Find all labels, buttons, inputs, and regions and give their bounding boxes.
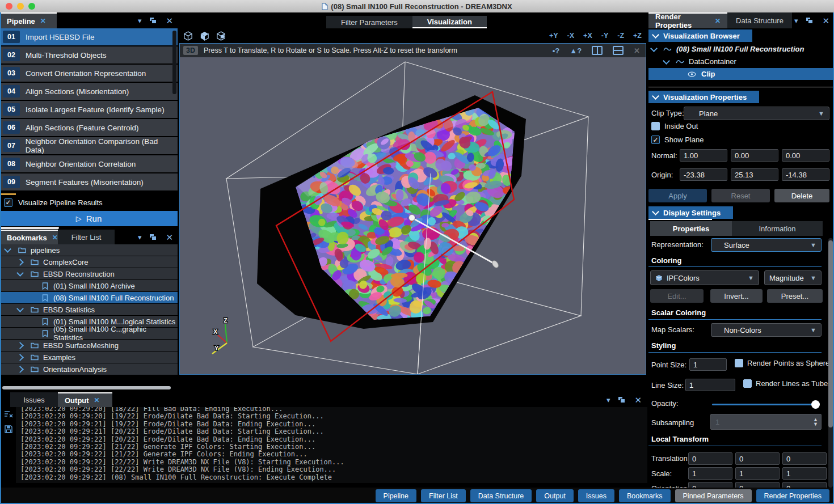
scale-z-field[interactable] bbox=[782, 467, 827, 480]
translation-x-field[interactable] bbox=[688, 452, 732, 465]
chevron-right-icon[interactable] bbox=[16, 354, 24, 361]
dock-toggle-data-structure[interactable]: Data Structure bbox=[470, 489, 532, 502]
axis-view-button-minusZ[interactable]: -Z bbox=[617, 32, 624, 40]
camera-reset-cube-icon[interactable] bbox=[183, 31, 193, 41]
pipeline-step-05[interactable]: 05Isolate Largest Feature (Identify Samp… bbox=[0, 101, 178, 118]
chevron-right-icon[interactable] bbox=[16, 342, 24, 349]
run-button[interactable]: ▷ Run bbox=[0, 211, 178, 226]
invert-colors-button[interactable]: Invert... bbox=[710, 289, 763, 303]
pipeline-step-01[interactable]: 01Import H5EBSD File bbox=[0, 28, 178, 45]
spinner-arrows-icon[interactable]: ▲▼ bbox=[813, 417, 818, 426]
chevron-down-icon[interactable] bbox=[650, 45, 658, 52]
visualize-results-checkbox[interactable]: ✓ bbox=[4, 198, 12, 207]
chevron-right-icon[interactable] bbox=[16, 259, 24, 266]
display-settings-header[interactable]: Display Settings bbox=[648, 206, 733, 219]
point-picking-help-icon[interactable]: •? bbox=[553, 46, 560, 55]
tab-render-properties-close-icon[interactable]: ✕ bbox=[715, 17, 721, 25]
component-dropdown[interactable]: Magnitude▼ bbox=[764, 270, 822, 285]
dock-toggle-pinned-parameters[interactable]: Pinned Parameters bbox=[675, 489, 752, 502]
pipeline-tabbar-dropdown-icon[interactable]: ▾ bbox=[138, 17, 142, 24]
origin-z-field[interactable] bbox=[782, 168, 829, 181]
tab-filter-list[interactable]: Filter List bbox=[58, 230, 115, 244]
chevron-down-icon[interactable] bbox=[663, 57, 670, 65]
axis-view-button-minusX[interactable]: -X bbox=[567, 32, 575, 40]
right-tabbar-float-icon[interactable] bbox=[806, 18, 814, 24]
render-viewport[interactable]: 3D Press T to Translate, R to Rotate or … bbox=[179, 43, 646, 375]
bookmarks-tree-item[interactable]: OrientationAnalysis bbox=[0, 363, 178, 375]
split-vertical-icon[interactable] bbox=[592, 46, 603, 55]
dock-toggle-pipeline[interactable]: Pipeline bbox=[376, 489, 416, 502]
dock-toggle-bookmarks[interactable]: Bookmarks bbox=[619, 489, 671, 502]
tab-data-structure[interactable]: Data Structure bbox=[727, 12, 792, 28]
output-tabbar-dropdown-icon[interactable]: ▾ bbox=[606, 396, 610, 404]
tab-visualization[interactable]: Visualization bbox=[412, 16, 487, 28]
axis-view-button-plusZ[interactable]: +Z bbox=[633, 32, 642, 40]
tab-output-close-icon[interactable]: ✕ bbox=[94, 396, 100, 404]
inside-out-checkbox[interactable] bbox=[651, 122, 660, 130]
pipeline-step-08[interactable]: 08Neighbor Orientation Correlation bbox=[0, 155, 178, 172]
chevron-down-icon[interactable] bbox=[16, 305, 24, 312]
clear-console-icon[interactable] bbox=[4, 410, 13, 418]
browser-tree-item[interactable]: (08) Small IN100 Full Reconstruction bbox=[648, 43, 833, 55]
pipeline-tabbar-close-icon[interactable]: ✕ bbox=[166, 16, 173, 25]
section-splitter[interactable] bbox=[648, 87, 833, 87]
output-tabbar-float-icon[interactable] bbox=[618, 397, 626, 403]
map-scalars-dropdown[interactable]: Non-Colors▼ bbox=[711, 323, 822, 337]
show-plane-checkbox[interactable]: ✓ bbox=[651, 135, 660, 144]
bookmarks-tree-item[interactable]: EBSD Reconstruction bbox=[0, 268, 178, 279]
origin-y-field[interactable] bbox=[731, 168, 778, 181]
tab-bookmarks[interactable]: Bookmarks ✕ bbox=[0, 230, 58, 244]
normal-z-field[interactable] bbox=[782, 149, 829, 162]
tab-pipeline-close-icon[interactable]: ✕ bbox=[40, 17, 46, 25]
cell-picking-help-icon[interactable]: ▲? bbox=[570, 46, 582, 55]
delete-button[interactable]: Delete bbox=[774, 189, 829, 202]
apply-button[interactable]: Apply bbox=[648, 189, 707, 202]
point-size-field[interactable] bbox=[689, 358, 727, 371]
browser-tree-item[interactable]: DataContainer bbox=[648, 56, 833, 67]
line-size-field[interactable] bbox=[685, 379, 735, 391]
output-tabbar-close-icon[interactable]: ✕ bbox=[634, 396, 642, 404]
bookmarks-tree-item[interactable]: (05) Small IN100 C...graphic Statistics bbox=[0, 328, 178, 339]
pipeline-hscrollbar[interactable] bbox=[0, 227, 59, 229]
bookmarks-tabbar-close-icon[interactable]: ✕ bbox=[166, 233, 173, 242]
translation-z-field[interactable] bbox=[782, 452, 827, 465]
split-horizontal-icon[interactable] bbox=[613, 46, 624, 55]
camera-faces-cube-icon[interactable] bbox=[199, 31, 210, 41]
bookmarks-tabbar-dropdown-icon[interactable]: ▾ bbox=[138, 234, 142, 241]
bookmarks-tree-item[interactable]: Examples bbox=[0, 351, 178, 363]
preset-colors-button[interactable]: Preset... bbox=[767, 289, 823, 303]
dock-toggle-render-properties[interactable]: Render Properties bbox=[756, 489, 829, 502]
tab-display-information[interactable]: Information bbox=[732, 221, 823, 236]
chevron-down-icon[interactable] bbox=[16, 269, 24, 277]
pipeline-step-09[interactable]: 09Segment Features (Misorientation) bbox=[0, 173, 178, 190]
scale-y-field[interactable] bbox=[735, 467, 780, 480]
tab-pipeline[interactable]: Pipeline ✕ bbox=[0, 12, 57, 28]
pipeline-tabbar-float-icon[interactable] bbox=[150, 18, 157, 24]
tab-render-properties[interactable]: Render Properties ✕ bbox=[648, 12, 727, 28]
bookmarks-tree-item[interactable]: EBSD Statistics bbox=[0, 304, 178, 315]
bookmarks-hscrollbar[interactable] bbox=[2, 386, 171, 389]
origin-x-field[interactable] bbox=[680, 168, 727, 181]
translation-y-field[interactable] bbox=[735, 452, 780, 465]
dock-toggle-filter-list[interactable]: Filter List bbox=[421, 489, 466, 502]
edit-colors-button[interactable]: Edit... bbox=[650, 289, 704, 303]
visualization-properties-header[interactable]: Visualization Properties bbox=[648, 91, 759, 103]
coloring-array-dropdown[interactable]: IPFColors▼ bbox=[650, 270, 759, 285]
bookmarks-tree-item[interactable]: (01) Small IN100 Archive bbox=[0, 280, 178, 291]
tab-filter-parameters[interactable]: Filter Parameters bbox=[326, 16, 412, 28]
axis-view-button-plusY[interactable]: +Y bbox=[549, 32, 558, 40]
close-view-icon[interactable]: ✕ bbox=[634, 46, 640, 55]
bookmarks-tree-item[interactable]: (08) Small IN100 Full Reconstruction bbox=[0, 292, 178, 303]
scale-x-field[interactable] bbox=[688, 467, 732, 480]
opacity-slider[interactable] bbox=[712, 404, 814, 405]
clip-type-dropdown[interactable]: Plane▼ bbox=[684, 107, 829, 120]
pipeline-step-04[interactable]: 04Align Sections (Misorientation) bbox=[0, 83, 178, 100]
bookmarks-tree-item[interactable]: ComplexCore bbox=[0, 256, 178, 268]
dock-toggle-output[interactable]: Output bbox=[536, 489, 574, 502]
camera-sphere-cube-icon[interactable] bbox=[216, 31, 226, 41]
tab-issues[interactable]: Issues bbox=[10, 392, 58, 407]
subsampling-spinner[interactable]: 1 ▲▼ bbox=[710, 414, 822, 430]
render-points-spheres-checkbox[interactable] bbox=[735, 359, 743, 367]
normal-x-field[interactable] bbox=[680, 149, 727, 162]
normal-y-field[interactable] bbox=[731, 149, 778, 162]
